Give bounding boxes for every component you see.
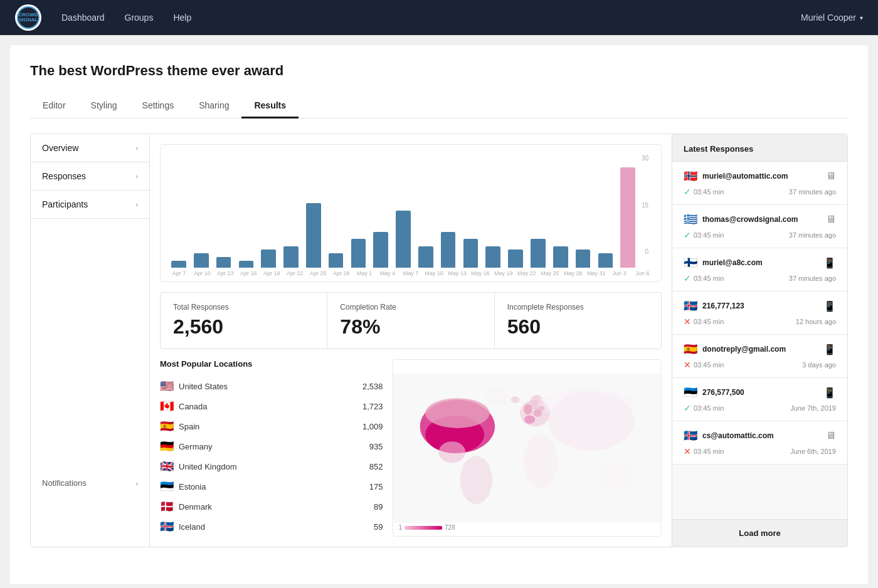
user-menu[interactable]: Muriel Cooper ▾	[801, 13, 863, 23]
sidebar-item-responses[interactable]: Responses ›	[31, 162, 149, 191]
response-meta: ✓ 03:45 min 37 minutes ago	[684, 187, 836, 197]
location-name: Germany	[179, 442, 364, 451]
response-status: ✓ 03:45 min	[684, 403, 724, 413]
sidebar-item-participants[interactable]: Participants ›	[31, 191, 149, 219]
logo[interactable]: CROWDSIGNAL	[15, 4, 41, 31]
chart-bar-group	[325, 167, 347, 268]
chart-x-label: May 25	[539, 270, 561, 276]
svg-point-5	[460, 456, 492, 504]
bottom-row: Most Popular Locations 🇺🇸 United States …	[160, 359, 662, 537]
chart-x-label: May 16	[469, 270, 491, 276]
chevron-right-icon: ›	[135, 172, 138, 180]
response-flag: 🇳🇴	[684, 169, 697, 183]
response-meta: ✓ 03:45 min June 7th, 2019	[684, 403, 836, 413]
locations-panel: Most Popular Locations 🇺🇸 United States …	[160, 359, 383, 537]
location-name: Estonia	[179, 482, 364, 491]
chart-x-label: May 22	[516, 270, 537, 276]
location-count: 59	[374, 522, 383, 532]
chart-bar	[239, 261, 254, 268]
response-email: 216,777,123	[702, 302, 818, 310]
nav-help[interactable]: Help	[173, 13, 191, 23]
tab-settings[interactable]: Settings	[130, 94, 187, 118]
tab-sharing[interactable]: Sharing	[186, 94, 241, 118]
response-status: ✓ 03:45 min	[684, 230, 724, 240]
location-row: 🇬🇧 United Kingdom 852	[160, 456, 383, 476]
tab-results[interactable]: Results	[241, 94, 299, 118]
response-flag: 🇬🇷	[684, 213, 697, 226]
svg-point-15	[486, 387, 510, 407]
chart-bar	[508, 249, 523, 268]
chart-x-label: May 10	[423, 270, 445, 276]
status-ok-icon: ✓	[684, 403, 691, 413]
chart-bar	[396, 211, 411, 268]
tab-editor[interactable]: Editor	[30, 94, 78, 118]
sidebar-label-overview: Overview	[42, 143, 78, 153]
location-name: Canada	[179, 402, 357, 411]
location-row: 🇨🇦 Canada 1,723	[160, 396, 383, 416]
chart-bar	[283, 246, 299, 268]
chart-bar	[553, 246, 568, 268]
chart-y-0: 0	[645, 248, 648, 255]
navigation: CROWDSIGNAL Dashboard Groups Help Muriel…	[0, 0, 878, 35]
chart-bar	[216, 257, 231, 268]
chart-bar	[463, 239, 479, 268]
response-meta: ✓ 03:45 min 37 minutes ago	[684, 273, 836, 283]
stat-total-label: Total Responses	[173, 303, 314, 312]
response-flag: 🇮🇸	[684, 429, 697, 443]
response-time: 03:45 min	[694, 404, 724, 412]
mobile-icon: 📱	[823, 387, 836, 399]
chevron-down-icon: ▾	[860, 14, 863, 21]
tab-styling[interactable]: Styling	[78, 94, 130, 118]
location-count: 175	[369, 482, 383, 491]
user-name: Muriel Cooper	[801, 13, 856, 23]
map-panel: 1 728	[393, 359, 662, 537]
response-item: 🇬🇷 thomas@crowdsignal.com 🖥 ✓ 03:45 min …	[672, 205, 847, 248]
chart-bar-group	[527, 167, 549, 268]
location-flag: 🇺🇸	[160, 379, 174, 393]
chart-bar	[171, 261, 186, 268]
chart-bar-group	[280, 167, 302, 268]
chart-bar	[531, 239, 546, 268]
response-item: 🇪🇪 276,577,500 📱 ✓ 03:45 min June 7th, 2…	[672, 378, 847, 421]
sidebar-item-notifications[interactable]: Notifications ›	[31, 470, 149, 496]
mobile-icon: 📱	[823, 300, 836, 312]
chart-y-30: 30	[642, 155, 648, 162]
chevron-right-icon: ›	[135, 480, 138, 487]
nav-groups[interactable]: Groups	[125, 13, 154, 23]
svg-point-13	[538, 389, 635, 419]
nav-dashboard[interactable]: Dashboard	[61, 13, 105, 23]
sidebar: Overview › Responses › Participants › No…	[31, 134, 150, 547]
chart-x-label: May 7	[400, 270, 422, 276]
location-row: 🇮🇸 Iceland 59	[160, 517, 383, 537]
location-count: 1,009	[362, 422, 383, 431]
response-item: 🇮🇸 216,777,123 📱 ✕ 03:45 min 12 hours ag…	[672, 291, 847, 335]
location-count: 2,538	[362, 382, 383, 391]
response-ago: June 7th, 2019	[790, 404, 836, 412]
sidebar-item-overview[interactable]: Overview ›	[31, 134, 149, 162]
svg-point-11	[524, 434, 558, 488]
response-header: 🇳🇴 muriel@automattic.com 🖥	[684, 169, 836, 183]
stat-incomplete-value: 560	[507, 315, 648, 339]
location-name: Denmark	[179, 502, 369, 512]
response-ago: 12 hours ago	[796, 318, 836, 325]
location-row: 🇪🇪 Estonia 175	[160, 476, 383, 496]
latest-responses-title: Latest Responses	[672, 134, 847, 162]
response-header: 🇮🇸 cs@automattic.com 🖥	[684, 429, 836, 443]
response-time: 03:45 min	[694, 448, 724, 455]
chart-x-label: May 1	[354, 270, 376, 276]
tab-bar: Editor Styling Settings Sharing Results	[30, 94, 848, 118]
mobile-icon: 📱	[823, 344, 836, 355]
location-flag: 🇮🇸	[160, 520, 174, 533]
response-meta: ✕ 03:45 min June 6th, 2019	[684, 446, 836, 456]
response-ago: 3 days ago	[802, 361, 836, 369]
stat-completion-rate: Completion Rate 78%	[327, 293, 494, 349]
response-email: cs@automattic.com	[702, 431, 821, 440]
chart-bar-group	[303, 167, 324, 268]
sidebar-label-responses: Responses	[42, 171, 86, 181]
response-status: ✕ 03:45 min	[684, 317, 724, 327]
location-row: 🇩🇪 Germany 935	[160, 436, 383, 456]
load-more-button[interactable]: Load more	[672, 519, 847, 547]
chart-bar	[351, 239, 366, 268]
chart-bars-area: 30 15 0	[168, 155, 653, 268]
response-email: thomas@crowdsignal.com	[702, 215, 821, 224]
